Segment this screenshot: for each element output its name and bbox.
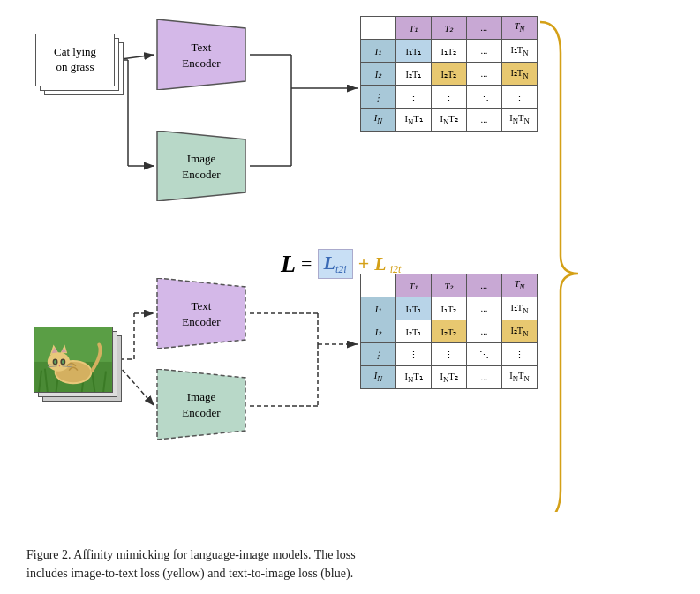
matrix-top: T₁ T₂ ... TN I₁ I₁T₁ I₁T₂ ... I₁TN I₂ I₂…: [360, 16, 538, 132]
equation-L: L: [281, 250, 296, 278]
matrix-top-row2: I₂ I₂T₁ I₂T₂ ... I₂TN: [361, 63, 538, 86]
equation-li2t: L: [374, 252, 386, 275]
caption-text: Figure 2. Affinity mimicking for languag…: [26, 548, 356, 581]
svg-text:Image: Image: [187, 390, 216, 403]
equation-equals: =: [301, 252, 312, 275]
svg-text:Encoder: Encoder: [182, 315, 221, 328]
text-label: Cat lying on grass: [54, 45, 96, 75]
matrix-bottom: T₁ T₂ ... TN I₁ I₁T₁ I₁T₂ ... I₁TN I₂ I₂…: [360, 274, 538, 389]
svg-marker-30: [157, 278, 245, 349]
matrix-top-header: T₁ T₂ ... TN: [361, 17, 538, 40]
matrix-top-row1: I₁ I₁T₁ I₁T₂ ... I₁TN: [361, 40, 538, 63]
equation-lt2i: Lt2i: [318, 249, 353, 279]
svg-point-18: [62, 360, 64, 364]
svg-marker-24: [157, 19, 245, 90]
matrix-top-row-dots: ⋮ ⋮ ⋮ ⋱ ⋮: [361, 86, 538, 109]
text-encoder-top-shape: Text Encoder: [148, 19, 254, 90]
svg-marker-33: [157, 369, 245, 440]
matrix-bottom-row1: I₁ I₁T₁ I₁T₂ ... I₁TN: [361, 297, 538, 320]
matrix-bottom-rowN: IN INT₁ INT₂ ... INTN: [361, 366, 538, 389]
text-label-box: Cat lying on grass: [35, 34, 115, 86]
equation-plus: +: [358, 252, 370, 275]
matrix-top-rowN: IN INT₁ INT₂ ... INTN: [361, 109, 538, 132]
svg-text:Text: Text: [192, 41, 212, 54]
image-encoder-top-shape: Image Encoder: [148, 131, 254, 201]
image-encoder-bottom-shape: Image Encoder: [148, 369, 254, 440]
svg-point-10: [48, 352, 70, 371]
svg-point-17: [54, 360, 56, 364]
svg-text:Encoder: Encoder: [182, 56, 221, 70]
diagram-container: Cat lying on grass: [0, 0, 700, 512]
svg-marker-27: [157, 131, 245, 201]
matrix-bottom-row2: I₂ I₂T₁ I₂T₂ ... I₂TN: [361, 320, 538, 343]
svg-text:Encoder: Encoder: [182, 406, 221, 419]
matrix-bottom-row-dots: ⋮ ⋮ ⋮ ⋱ ⋮: [361, 343, 538, 366]
svg-text:Encoder: Encoder: [182, 168, 221, 181]
cat-image-box: [34, 327, 113, 393]
text-encoder-bottom-shape: Text Encoder: [148, 278, 254, 349]
svg-text:Text: Text: [192, 299, 212, 312]
figure-caption: Figure 2. Affinity mimicking for languag…: [26, 545, 674, 583]
matrix-bottom-header: T₁ T₂ ... TN: [361, 274, 538, 297]
svg-text:Image: Image: [187, 152, 216, 165]
